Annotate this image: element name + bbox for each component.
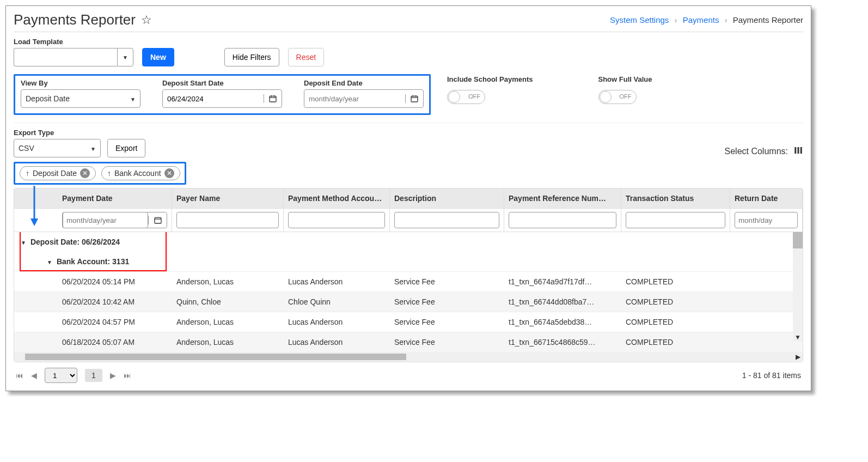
cell-description: Service Fee — [390, 312, 504, 332]
filter-payment-method[interactable] — [288, 212, 385, 228]
breadcrumb: System Settings › Payments › Payments Re… — [610, 15, 803, 25]
svg-marker-12 — [30, 218, 38, 226]
arrow-up-icon: ↑ — [107, 169, 111, 178]
chip-label: Deposit Date — [33, 169, 77, 178]
view-by-value: Deposit Date — [26, 94, 70, 103]
deposit-start-field[interactable] — [163, 90, 264, 107]
vertical-scrollbar[interactable]: ▼ — [793, 232, 803, 341]
svg-rect-10 — [800, 147, 802, 154]
export-button[interactable]: Export — [107, 139, 145, 157]
new-button[interactable]: New — [142, 48, 174, 66]
cell-reference: t1_txn_66715c4868c59… — [504, 332, 621, 352]
table-row[interactable]: 06/20/2024 10:42 AMQuinn, ChloeChloe Qui… — [14, 291, 803, 312]
chevron-down-icon — [130, 94, 136, 103]
load-template-dropdown-icon[interactable] — [117, 48, 133, 66]
filter-highlight-box: View By Deposit Date Deposit Start Date … — [14, 74, 431, 115]
filter-payer-name[interactable] — [176, 212, 279, 228]
cell-description: Service Fee — [390, 272, 504, 291]
load-template-label: Load Template — [14, 38, 133, 46]
breadcrumb-system-settings[interactable]: System Settings — [610, 15, 669, 25]
cell-payment-method: Chloe Quinn — [284, 292, 390, 312]
calendar-icon[interactable] — [264, 94, 282, 103]
breadcrumb-payments[interactable]: Payments — [683, 15, 719, 25]
col-description[interactable]: Description — [390, 189, 504, 208]
filter-return-date[interactable] — [735, 212, 798, 228]
filter-payment-date[interactable] — [62, 212, 167, 228]
col-payer-name[interactable]: Payer Name — [172, 189, 284, 208]
cell-payer-name: Quinn, Chloe — [172, 292, 284, 312]
arrow-up-icon: ↑ — [26, 169, 29, 178]
page-title: Payments Reporter — [14, 11, 136, 28]
cell-payment-date: 06/20/2024 10:42 AM — [58, 292, 172, 312]
cell-description: Service Fee — [390, 292, 504, 312]
breadcrumb-current: Payments Reporter — [733, 15, 803, 25]
calendar-icon[interactable] — [148, 216, 167, 224]
load-template-input[interactable] — [14, 48, 117, 66]
export-type-select[interactable]: CSV — [14, 139, 101, 157]
cell-payer-name: Anderson, Lucas — [172, 272, 284, 291]
group-bank-account[interactable]: Bank Account: 3131 — [14, 252, 803, 271]
col-return-date[interactable]: Return Date — [730, 189, 803, 208]
pager-summary: 1 - 81 of 81 items — [742, 371, 801, 380]
cell-payment-method: Lucas Anderson — [284, 332, 390, 352]
deposit-end-input[interactable] — [304, 89, 424, 108]
include-school-toggle[interactable]: OFF — [447, 90, 485, 104]
sort-chips-highlight: ↑ Deposit Date ✕ ↑ Bank Account ✕ — [14, 162, 186, 185]
view-by-select[interactable]: Deposit Date — [21, 89, 140, 108]
filter-description[interactable] — [394, 212, 499, 228]
cell-status: COMPLETED — [621, 332, 730, 352]
table-row[interactable]: 06/20/2024 05:14 PMAnderson, LucasLucas … — [14, 271, 803, 291]
horizontal-scrollbar[interactable]: ▶ — [14, 352, 803, 362]
table-row[interactable]: 06/18/2024 05:07 AMAnderson, LucasLucas … — [14, 332, 803, 352]
scroll-down-icon[interactable]: ▼ — [793, 333, 803, 341]
cell-description: Service Fee — [390, 332, 504, 352]
filter-reference-number[interactable] — [509, 212, 616, 228]
deposit-end-field[interactable] — [304, 90, 405, 107]
col-payment-date[interactable]: Payment Date — [58, 189, 172, 208]
collapse-icon — [47, 257, 52, 266]
pager-prev-icon[interactable]: ◀ — [31, 371, 37, 380]
pager-first-icon[interactable]: ⏮ — [16, 371, 23, 380]
svg-rect-9 — [798, 147, 799, 154]
cell-status: COMPLETED — [621, 292, 730, 312]
deposit-end-label: Deposit End Date — [304, 79, 424, 87]
pager-next-icon[interactable]: ▶ — [110, 371, 116, 380]
deposit-start-input[interactable] — [162, 89, 282, 108]
show-full-toggle[interactable]: OFF — [598, 90, 637, 104]
cell-reference: t1_txn_6674a5debd38… — [504, 312, 621, 332]
group-deposit-date[interactable]: Deposit Date: 06/26/2024 — [14, 232, 803, 252]
table-row[interactable]: 06/20/2024 04:57 PMAnderson, LucasLucas … — [14, 312, 803, 332]
chevron-down-icon — [90, 144, 96, 153]
calendar-icon[interactable] — [405, 94, 423, 103]
reset-button[interactable]: Reset — [288, 48, 325, 66]
sort-chip-deposit-date[interactable]: ↑ Deposit Date ✕ — [20, 166, 96, 180]
deposit-start-label: Deposit Start Date — [162, 79, 282, 87]
group-deposit-label: Deposit Date: 06/26/2024 — [30, 238, 120, 246]
filter-transaction-status[interactable] — [626, 212, 725, 228]
columns-icon[interactable] — [793, 145, 803, 157]
load-template-combo[interactable] — [14, 48, 133, 66]
remove-chip-icon[interactable]: ✕ — [164, 168, 174, 178]
chevron-right-icon: › — [675, 15, 677, 25]
cell-payment-method: Lucas Anderson — [284, 312, 390, 332]
scroll-right-icon[interactable]: ▶ — [796, 353, 800, 361]
col-transaction-status[interactable]: Transaction Status — [621, 189, 730, 208]
filter-payment-date-field[interactable] — [63, 212, 148, 228]
col-payment-method[interactable]: Payment Method Accou… — [284, 189, 390, 208]
sort-chip-bank-account[interactable]: ↑ Bank Account ✕ — [101, 166, 180, 180]
svg-rect-13 — [155, 217, 161, 223]
cell-status: COMPLETED — [621, 312, 730, 332]
cell-payment-date: 06/20/2024 04:57 PM — [58, 312, 172, 332]
remove-chip-icon[interactable]: ✕ — [80, 168, 90, 178]
cell-payer-name: Anderson, Lucas — [172, 312, 284, 332]
col-reference-number[interactable]: Payment Reference Num… — [504, 189, 621, 208]
chevron-right-icon: › — [725, 15, 728, 25]
hide-filters-button[interactable]: Hide Filters — [224, 48, 279, 66]
svg-rect-4 — [411, 96, 418, 102]
pager-current-page: 1 — [85, 369, 102, 382]
cell-payment-method: Lucas Anderson — [284, 272, 390, 291]
pager-page-select[interactable]: 1 — [45, 368, 77, 383]
favorite-star-icon[interactable]: ☆ — [141, 13, 152, 27]
cell-payer-name: Anderson, Lucas — [172, 332, 284, 352]
pager-last-icon[interactable]: ⏭ — [124, 371, 131, 380]
